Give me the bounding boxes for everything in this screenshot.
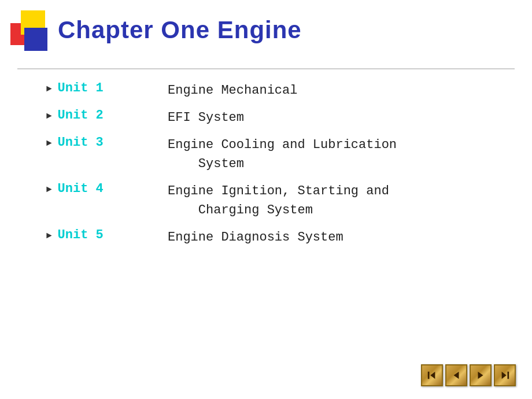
svg-marker-3 bbox=[478, 372, 483, 379]
arrow-icon: ► bbox=[46, 138, 52, 149]
unit-4-label[interactable]: ► Unit 4 bbox=[46, 182, 168, 196]
svg-marker-5 bbox=[502, 372, 507, 379]
unit-3-label[interactable]: ► Unit 3 bbox=[46, 135, 168, 150]
prev-icon bbox=[451, 370, 461, 380]
list-item: ► Unit 2 EFI System bbox=[46, 108, 509, 127]
unit-2-label[interactable]: ► Unit 2 bbox=[46, 108, 168, 123]
first-icon bbox=[427, 370, 437, 380]
unit-2-desc: EFI System bbox=[168, 108, 244, 127]
unit-5-desc: Engine Diagnosis System bbox=[168, 228, 343, 247]
header-divider bbox=[17, 68, 515, 69]
arrow-icon: ► bbox=[46, 84, 52, 94]
arrow-icon: ► bbox=[46, 111, 52, 121]
list-item: ► Unit 4 Engine Ignition, Starting and C… bbox=[46, 182, 509, 220]
unit-4-desc: Engine Ignition, Starting and Charging S… bbox=[168, 182, 389, 220]
list-item: ► Unit 5 Engine Diagnosis System bbox=[46, 228, 509, 247]
next-icon bbox=[475, 370, 486, 380]
svg-rect-0 bbox=[428, 372, 430, 379]
unit-list: ► Unit 1 Engine Mechanical ► Unit 2 EFI … bbox=[46, 81, 509, 255]
list-item: ► Unit 3 Engine Cooling and Lubrication … bbox=[46, 135, 509, 173]
last-icon bbox=[500, 370, 510, 380]
unit-3-desc: Engine Cooling and Lubrication System bbox=[168, 135, 397, 173]
arrow-icon: ► bbox=[46, 184, 52, 195]
next-button[interactable] bbox=[470, 364, 492, 386]
corner-decoration bbox=[10, 10, 52, 52]
unit-1-label[interactable]: ► Unit 1 bbox=[46, 81, 168, 95]
list-item: ► Unit 1 Engine Mechanical bbox=[46, 81, 509, 100]
page-title: Chapter One Engine bbox=[58, 16, 515, 44]
first-button[interactable] bbox=[421, 364, 443, 386]
last-button[interactable] bbox=[494, 364, 516, 386]
square-blue bbox=[24, 28, 47, 51]
unit-5-label[interactable]: ► Unit 5 bbox=[46, 228, 168, 242]
unit-1-desc: Engine Mechanical bbox=[168, 81, 297, 100]
svg-marker-1 bbox=[430, 372, 435, 379]
svg-rect-4 bbox=[508, 372, 509, 379]
page-header: Chapter One Engine bbox=[58, 16, 515, 44]
svg-marker-2 bbox=[454, 372, 459, 379]
prev-button[interactable] bbox=[445, 364, 467, 386]
navigation-buttons bbox=[421, 364, 516, 386]
arrow-icon: ► bbox=[46, 231, 52, 241]
